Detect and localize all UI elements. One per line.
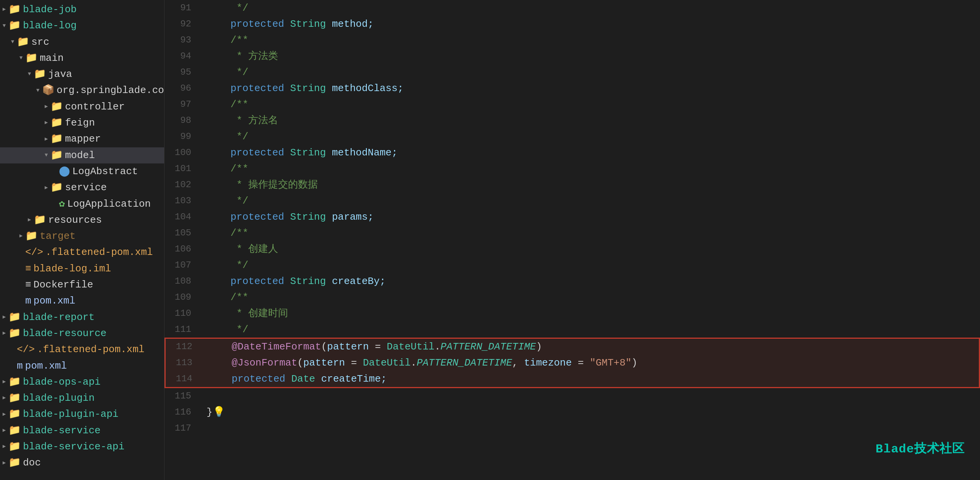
sidebar-item-label: main xyxy=(40,51,63,66)
code-token: protected xyxy=(230,83,290,94)
sidebar-item-Dockerfile[interactable]: ≡Dockerfile xyxy=(0,277,164,293)
sidebar-item-label: pom.xml xyxy=(34,293,75,309)
sidebar-item-src[interactable]: ▼📁src xyxy=(0,34,164,50)
code-token: * 方法名 xyxy=(230,115,278,126)
sidebar-item-.flattened-pom.xml[interactable]: </>.flattened-pom.xml xyxy=(0,244,164,260)
expand-arrow[interactable]: ▶ xyxy=(0,426,8,435)
code-token: @JsonFormat xyxy=(231,357,297,369)
expand-arrow[interactable]: ▼ xyxy=(17,54,25,62)
sidebar-item-blade-resource[interactable]: ▶📁blade-resource xyxy=(0,325,164,341)
sidebar-item-blade-log.iml[interactable]: ≡blade-log.iml xyxy=(0,261,164,277)
expand-arrow[interactable]: ▶ xyxy=(25,216,34,224)
expand-arrow[interactable]: ▼ xyxy=(34,87,42,95)
code-token: String xyxy=(290,147,332,158)
sidebar-item-label: pom.xml xyxy=(25,358,67,374)
code-token: String xyxy=(290,211,332,223)
code-line-95: 95 */ xyxy=(164,64,980,80)
line-content: protected String createBy; xyxy=(199,273,980,289)
sidebar-item-controller[interactable]: ▶📁controller xyxy=(0,99,164,115)
sidebar-item-label: controller xyxy=(65,99,125,114)
folder-icon: 📁 xyxy=(8,390,21,406)
code-line-109: 109 /** xyxy=(164,289,980,305)
sidebar-item-blade-service-api[interactable]: ▶📁blade-service-api xyxy=(0,439,164,455)
line-number: 99 xyxy=(164,129,199,145)
code-token: * 方法类 xyxy=(230,51,278,62)
code-line-102: 102 * 操作提交的数据 xyxy=(164,177,980,193)
expand-arrow[interactable]: ▶ xyxy=(0,394,8,402)
expand-arrow[interactable]: ▶ xyxy=(0,459,8,467)
line-content: * 方法名 xyxy=(199,113,980,129)
sidebar-item-target[interactable]: ▶📁target xyxy=(0,228,164,244)
code-line-113: 113 @JsonFormat(pattern = DateUtil.PATTE… xyxy=(164,355,980,371)
code-line-94: 94 * 方法类 xyxy=(164,48,980,64)
sidebar-item-LogAbstract[interactable]: ⬤LogAbstract xyxy=(0,163,164,180)
expand-arrow[interactable]: ▼ xyxy=(25,70,34,78)
code-token xyxy=(207,308,230,319)
code-token: */ xyxy=(230,260,248,271)
sidebar-item-blade-plugin-api[interactable]: ▶📁blade-plugin-api xyxy=(0,406,164,422)
line-content: /** xyxy=(199,32,980,48)
sidebar-item-main[interactable]: ▼📁main xyxy=(0,50,164,66)
expand-arrow[interactable]: ▶ xyxy=(0,442,8,451)
code-token: ) xyxy=(536,341,542,353)
expand-arrow[interactable]: ▼ xyxy=(0,22,8,30)
expand-arrow[interactable]: ▶ xyxy=(0,329,8,338)
sidebar-item-label: feign xyxy=(65,115,95,131)
expand-arrow[interactable]: ▶ xyxy=(42,135,50,144)
sidebar-item-model[interactable]: ▼📁model xyxy=(0,147,164,163)
sidebar-item-.flattened-pom2.xml[interactable]: </>.flattened-pom.xml xyxy=(0,341,164,358)
code-token: createTime; xyxy=(321,373,387,385)
class-icon: ⬤ xyxy=(59,164,70,179)
expand-arrow[interactable]: ▶ xyxy=(42,184,50,192)
expand-arrow[interactable]: ▶ xyxy=(17,232,25,240)
sidebar-item-blade-job[interactable]: ▶📁blade-job xyxy=(0,2,164,18)
sidebar-item-blade-plugin[interactable]: ▶📁blade-plugin xyxy=(0,390,164,406)
sidebar-item-label: java xyxy=(48,67,72,82)
code-line-105: 105 /** xyxy=(164,225,980,241)
sidebar-item-label: .flattened-pom.xml xyxy=(46,245,153,260)
sidebar-item-blade-service[interactable]: ▶📁blade-service xyxy=(0,423,164,439)
sidebar-item-feign[interactable]: ▶📁feign xyxy=(0,115,164,131)
sidebar-item-blade-report[interactable]: ▶📁blade-report xyxy=(0,309,164,325)
sidebar-item-service[interactable]: ▶📁service xyxy=(0,180,164,196)
expand-arrow[interactable]: ▶ xyxy=(0,410,8,419)
sidebar-item-LogApplication[interactable]: ✿LogApplication xyxy=(0,196,164,212)
xml-icon: </> xyxy=(17,342,35,357)
sidebar-item-pom.xml[interactable]: mpom.xml xyxy=(0,293,164,309)
sidebar-item-label: blade-log.iml xyxy=(34,261,111,276)
line-content: protected String params; xyxy=(199,209,980,225)
code-token xyxy=(207,131,230,142)
code-token xyxy=(207,51,230,62)
sidebar-item-resources[interactable]: ▶📁resources xyxy=(0,212,164,228)
sidebar-item-blade-ops-api[interactable]: ▶📁blade-ops-api xyxy=(0,374,164,390)
line-content: * 创建时间 xyxy=(199,305,980,322)
folder-icon: 📁 xyxy=(8,455,21,470)
expand-arrow[interactable]: ▼ xyxy=(8,38,17,46)
expand-arrow[interactable]: ▶ xyxy=(0,5,8,14)
sidebar-item-mapper[interactable]: ▶📁mapper xyxy=(0,131,164,147)
line-content: /** xyxy=(199,96,980,113)
expand-arrow[interactable]: ▶ xyxy=(0,378,8,386)
code-token: 💡 xyxy=(213,407,225,418)
folder-icon: 📁 xyxy=(8,439,21,454)
sidebar-item-blade-log[interactable]: ▼📁blade-log xyxy=(0,18,164,34)
sidebar-item-pom2.xml[interactable]: mpom.xml xyxy=(0,358,164,374)
code-token: String xyxy=(290,276,332,287)
folder-icon: 📁 xyxy=(8,407,21,422)
folder-icon: 📁 xyxy=(34,212,46,228)
line-content: protected String method; xyxy=(199,16,980,32)
code-token: pattern xyxy=(303,357,345,369)
code-token: /** xyxy=(230,227,248,239)
sidebar-item-label: src xyxy=(31,34,49,50)
sidebar-item-org.springblade.core.log[interactable]: ▼📦org.springblade.core.log xyxy=(0,82,164,98)
code-line-117: 117 xyxy=(164,420,980,436)
sidebar-item-java[interactable]: ▼📁java xyxy=(0,66,164,82)
line-number: 94 xyxy=(164,48,199,64)
code-token: * 创建人 xyxy=(230,243,278,255)
expand-arrow[interactable]: ▶ xyxy=(0,313,8,322)
expand-arrow[interactable]: ▶ xyxy=(42,103,50,111)
code-token xyxy=(207,163,230,175)
sidebar-item-doc[interactable]: ▶📁doc xyxy=(0,455,164,471)
expand-arrow[interactable]: ▶ xyxy=(42,119,50,127)
expand-arrow[interactable]: ▼ xyxy=(42,151,50,160)
